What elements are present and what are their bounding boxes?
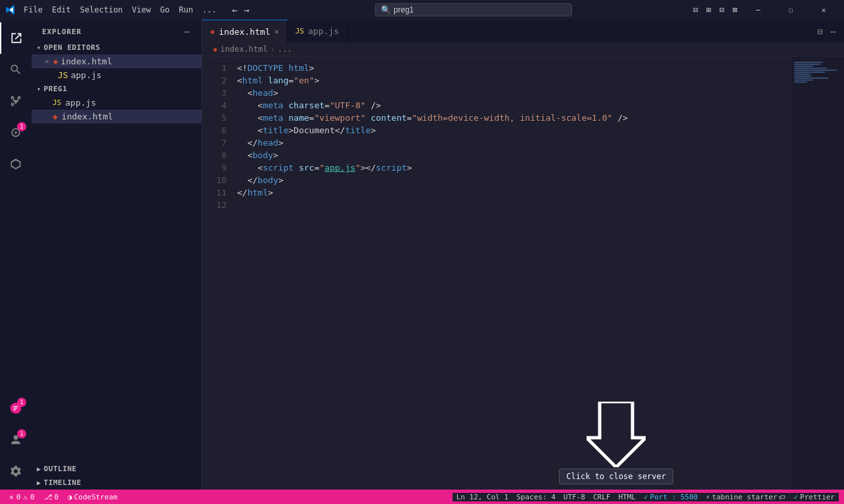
warning-icon: ⚠: [23, 493, 28, 501]
status-position[interactable]: Ln 12, Col 1: [453, 493, 512, 501]
activity-search[interactable]: [0, 54, 32, 85]
timeline-section[interactable]: ▶ TIMELINE: [32, 476, 202, 490]
outline-section[interactable]: ▶ OUTLINE: [32, 462, 202, 476]
open-editor-index-html[interactable]: ✕ ◈ index.html: [32, 54, 202, 68]
new-file-icon[interactable]: ⋯: [183, 25, 191, 38]
timeline-chevron: ▶: [37, 479, 41, 486]
project-index-html-label: index.html: [62, 112, 113, 121]
sidebar-spacer: [32, 123, 202, 462]
status-line-endings[interactable]: CRLF: [589, 493, 615, 501]
breadcrumb-file[interactable]: index.html: [220, 45, 267, 54]
status-errors[interactable]: ✕ 0 ⚠ 0: [5, 490, 39, 504]
layout-toggle1[interactable]: ⊟: [690, 5, 701, 15]
status-tabnine[interactable]: ⚡ tabnine starter 🏷: [701, 493, 789, 501]
close-index-html-icon[interactable]: ✕: [45, 57, 49, 66]
code-line-1: <!DOCTYPE html>: [237, 62, 791, 74]
menu-view[interactable]: View: [128, 4, 155, 16]
minimap-line: [794, 64, 820, 65]
code-line-4: <meta charset="UTF-8" />: [237, 99, 791, 112]
search-icon: 🔍: [381, 5, 391, 14]
window-controls: ⊟ ⊞ ⊟ ⊠ ─ ☐ ✕: [690, 0, 839, 20]
layout-toggle4[interactable]: ⊠: [730, 5, 740, 15]
preg1-section[interactable]: ▾ PREG1: [32, 82, 202, 96]
status-port[interactable]: ✓ Port : 5500: [640, 493, 701, 501]
menu-file[interactable]: File: [20, 4, 47, 16]
tab-app-js[interactable]: JS app.js: [288, 20, 347, 43]
main-layout: 1 1 1 EXPLORER ⋯ ▾ OPEN EDITORS: [0, 20, 844, 490]
spaces-text: Spaces: 4: [516, 493, 556, 501]
minimize-button[interactable]: ─: [743, 0, 773, 20]
minimap-line: [794, 68, 827, 69]
menu-edit[interactable]: Edit: [48, 4, 75, 16]
tab-close-index-html[interactable]: ✕: [275, 27, 279, 36]
menu-run[interactable]: Run: [175, 4, 197, 16]
status-right: Ln 12, Col 1 Spaces: 4 UTF-8 CRLF HTML ✓…: [453, 493, 839, 501]
status-spaces[interactable]: Spaces: 4: [512, 493, 560, 501]
tab-index-html[interactable]: ◈ index.html ✕: [202, 20, 288, 43]
prettier-check-icon: ✓: [793, 493, 798, 501]
layout-toggle2[interactable]: ⊞: [703, 5, 714, 15]
tabnine-icon: ⚡: [705, 493, 710, 501]
activity-bar: 1 1 1: [0, 20, 32, 490]
activity-extensions[interactable]: [0, 148, 32, 180]
minimap-content: [791, 56, 844, 89]
sidebar-actions: ⋯: [183, 25, 191, 38]
timeline-label: TIMELINE: [44, 478, 81, 487]
more-actions-icon[interactable]: ⋯: [828, 24, 839, 39]
project-app-js[interactable]: JS app.js: [32, 96, 202, 110]
code-line-7: </head>: [237, 136, 791, 149]
open-editors-chevron: ▾: [37, 44, 41, 51]
preg1-label: PREG1: [44, 85, 68, 93]
line-numbers: 12345 678910 1112: [202, 56, 232, 490]
menu-more[interactable]: ...: [198, 4, 221, 16]
position-text: Ln 12, Col 1: [456, 493, 508, 501]
status-codestream[interactable]: ◑ CodeStream: [64, 490, 122, 504]
activity-source-control[interactable]: [0, 85, 32, 117]
activity-run-debug[interactable]: 1: [0, 117, 32, 148]
nav-back[interactable]: ←: [230, 5, 240, 15]
code-line-10: </body>: [237, 174, 791, 186]
nav-forward[interactable]: →: [242, 5, 252, 15]
title-bar-menu: File Edit Selection View Go Run ...: [20, 4, 221, 16]
code-line-5: <meta name="viewport" content="width=dev…: [237, 112, 791, 124]
project-app-js-label: app.js: [65, 98, 96, 108]
encoding-text: UTF-8: [564, 493, 585, 501]
code-line-6: <title>Document</title>: [237, 124, 791, 136]
menu-selection[interactable]: Selection: [76, 4, 127, 16]
prettier-text: Prettier: [800, 493, 835, 501]
split-editor-icon[interactable]: ⊟: [814, 24, 825, 39]
layout-toggle3[interactable]: ⊟: [717, 5, 727, 15]
open-editors-section[interactable]: ▾ OPEN EDITORS: [32, 41, 202, 54]
code-content[interactable]: <!DOCTYPE html> <html lang="en"> <head> …: [232, 56, 791, 490]
activity-settings[interactable]: [0, 455, 32, 487]
breadcrumb-more[interactable]: ...: [278, 45, 292, 54]
open-editors-label: OPEN EDITORS: [44, 43, 100, 52]
menu-go[interactable]: Go: [156, 4, 173, 16]
minimap-line: [794, 62, 822, 63]
port-text: Port : 5500: [650, 493, 698, 501]
open-editor-app-js-label: app.js: [71, 70, 102, 80]
status-branch[interactable]: ⎇ 0: [40, 490, 63, 504]
close-button[interactable]: ✕: [809, 0, 839, 20]
activity-explorer[interactable]: [0, 22, 32, 54]
vscode-logo: [5, 5, 16, 15]
debug-badge: 1: [17, 122, 26, 131]
status-language[interactable]: HTML: [614, 493, 640, 501]
tab-bar: ◈ index.html ✕ JS app.js ⊟ ⋯: [202, 20, 844, 43]
minimap: [791, 56, 844, 490]
minimap-line: [794, 79, 813, 81]
html-file-icon: ◈: [53, 56, 58, 66]
status-prettier[interactable]: ✓ Prettier: [789, 493, 839, 501]
preg1-chevron: ▾: [37, 85, 41, 93]
search-box[interactable]: 🔍: [375, 3, 572, 16]
restore-button[interactable]: ☐: [776, 0, 806, 20]
search-input[interactable]: [393, 5, 566, 14]
tab-index-html-label: index.html: [219, 27, 270, 37]
error-count: 0: [16, 493, 21, 501]
breadcrumb-html-icon: ◈: [213, 45, 217, 54]
activity-accounts[interactable]: 1: [0, 424, 32, 455]
activity-codestream[interactable]: 1: [0, 392, 32, 424]
status-encoding[interactable]: UTF-8: [560, 493, 589, 501]
project-index-html[interactable]: ◈ index.html: [32, 110, 202, 123]
open-editor-app-js[interactable]: JS app.js: [32, 68, 202, 82]
